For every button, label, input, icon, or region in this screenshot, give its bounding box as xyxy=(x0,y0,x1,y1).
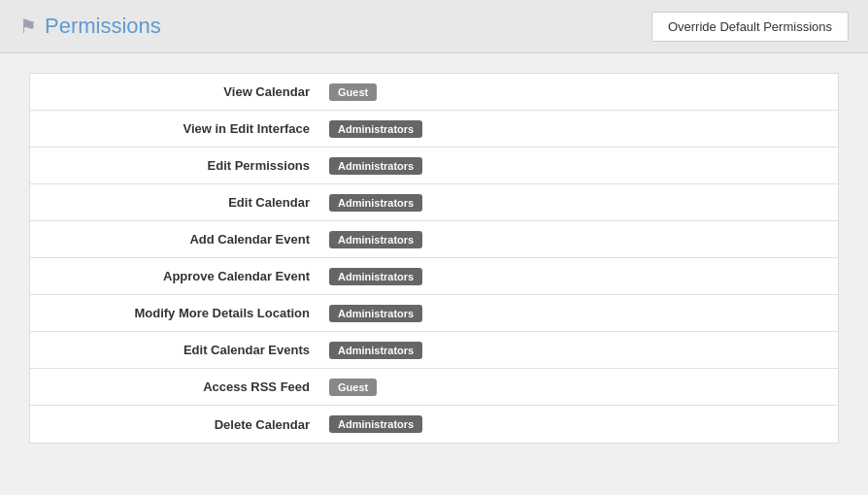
page-header: ⚑ Permissions Override Default Permissio… xyxy=(0,0,868,53)
page-title: Permissions xyxy=(45,14,161,39)
table-row: View CalendarGuest xyxy=(30,74,838,111)
table-row: Add Calendar EventAdministrators xyxy=(30,221,838,258)
permission-badge[interactable]: Administrators xyxy=(329,268,422,285)
table-row: Access RSS FeedGuest xyxy=(30,369,838,406)
permission-label: View Calendar xyxy=(30,77,321,107)
permission-badge[interactable]: Administrators xyxy=(329,157,422,175)
header-left: ⚑ Permissions xyxy=(19,14,161,39)
permission-badge[interactable]: Administrators xyxy=(329,305,422,322)
table-row: Delete CalendarAdministrators xyxy=(30,406,838,443)
bookmark-icon: ⚑ xyxy=(19,16,37,36)
table-row: Approve Calendar EventAdministrators xyxy=(30,258,838,295)
permission-badge[interactable]: Administrators xyxy=(329,120,422,138)
permission-badge[interactable]: Guest xyxy=(329,83,377,101)
permission-label: Edit Calendar Events xyxy=(30,335,321,365)
permission-label: View in Edit Interface xyxy=(30,114,321,144)
permission-label: Edit Calendar xyxy=(30,187,321,217)
permission-label: Modify More Details Location xyxy=(30,298,321,328)
permission-badge[interactable]: Administrators xyxy=(329,415,422,433)
permission-label: Access RSS Feed xyxy=(30,372,321,402)
permission-label: Delete Calendar xyxy=(30,410,321,440)
permission-label: Add Calendar Event xyxy=(30,224,321,254)
table-row: View in Edit InterfaceAdministrators xyxy=(30,111,838,148)
permission-badge[interactable]: Administrators xyxy=(329,342,422,359)
permission-badge[interactable]: Administrators xyxy=(329,231,422,248)
main-content: View CalendarGuestView in Edit Interface… xyxy=(0,53,868,463)
table-row: Edit PermissionsAdministrators xyxy=(30,148,838,184)
override-default-permissions-button[interactable]: Override Default Permissions xyxy=(651,12,849,42)
table-row: Edit Calendar EventsAdministrators xyxy=(30,332,838,369)
permission-label: Approve Calendar Event xyxy=(30,261,321,291)
table-row: Edit CalendarAdministrators xyxy=(30,184,838,221)
permissions-table: View CalendarGuestView in Edit Interface… xyxy=(29,73,839,444)
permission-badge[interactable]: Guest xyxy=(329,379,377,396)
permission-badge[interactable]: Administrators xyxy=(329,194,422,212)
table-row: Modify More Details LocationAdministrato… xyxy=(30,295,838,332)
permission-label: Edit Permissions xyxy=(30,150,321,181)
